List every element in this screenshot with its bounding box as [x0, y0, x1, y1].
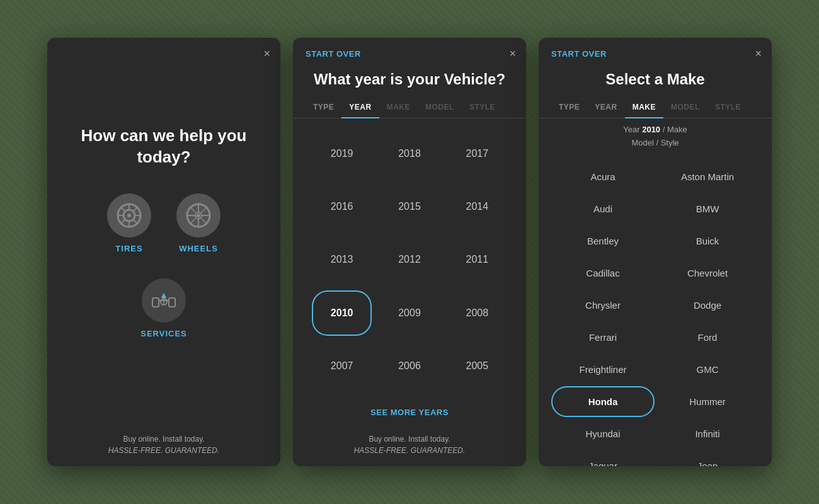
year-2017[interactable]: 2017 [447, 131, 507, 176]
services-label: SERVICES [140, 329, 187, 338]
panel2-footer-line1: Buy online. Install today. [303, 433, 516, 445]
panel-year: START OVER × What year is your Vehicle? … [293, 38, 526, 466]
make-cadillac[interactable]: Cadillac [551, 258, 655, 289]
panel1-body: How can we help you today? [47, 53, 280, 423]
svg-rect-23 [169, 298, 175, 307]
make-bmw[interactable]: BMW [656, 193, 759, 224]
tab-model: MODEL [418, 96, 462, 118]
make-infiniti[interactable]: Infiniti [656, 418, 759, 449]
tab-make: MAKE [379, 96, 418, 118]
tab-style: STYLE [707, 96, 748, 118]
tab-make[interactable]: MAKE [625, 96, 663, 118]
make-jaguar[interactable]: Jaguar [551, 450, 655, 466]
svg-point-21 [197, 214, 200, 217]
svg-rect-22 [152, 298, 159, 307]
panel-help: × How can we help you today? [47, 38, 280, 466]
wheels-icon [185, 202, 212, 229]
close-button[interactable]: × [509, 48, 516, 59]
panel2-header: START OVER × [293, 38, 526, 64]
make-honda[interactable]: Honda [551, 386, 655, 417]
year-2010[interactable]: 2010 [312, 290, 372, 336]
svg-line-18 [202, 219, 207, 224]
make-chrysler[interactable]: Chrysler [551, 290, 655, 321]
panel3-header: START OVER × [539, 38, 772, 64]
panel2-title: What year is your Vehicle? [293, 64, 526, 91]
panel1-header: × [47, 38, 280, 53]
services-icon-circle [142, 278, 186, 323]
make-dodge[interactable]: Dodge [656, 290, 759, 321]
close-button[interactable]: × [263, 48, 270, 59]
makes-grid: Acura Aston Martin Audi BMW Bentley Buic… [539, 155, 772, 466]
tab-type[interactable]: TYPE [551, 96, 587, 118]
year-2018[interactable]: 2018 [379, 131, 439, 176]
tires-label: TIRES [115, 244, 142, 253]
year-2014[interactable]: 2014 [447, 184, 507, 229]
year-2006[interactable]: 2006 [379, 343, 439, 389]
start-over-button[interactable]: START OVER [551, 49, 607, 59]
year-grid: 2019 2018 2017 2016 2015 2014 2013 2012 … [293, 118, 526, 401]
year-2008[interactable]: 2008 [447, 290, 507, 336]
make-gmc[interactable]: GMC [656, 354, 759, 385]
year-2007[interactable]: 2007 [312, 343, 372, 389]
panel-make: START OVER × Select a Make TYPE YEAR MAK… [539, 38, 772, 466]
start-over-button[interactable]: START OVER [306, 49, 361, 59]
wheels-label: WHEELS [179, 244, 218, 253]
make-hyundai[interactable]: Hyundai [551, 418, 655, 449]
services-option[interactable]: SERVICES [140, 278, 187, 338]
panel2-tabs: TYPE YEAR MAKE MODEL STYLE [293, 96, 526, 118]
wheels-icon-circle [176, 193, 220, 238]
tab-model: MODEL [663, 96, 707, 118]
panel2-footer-line2: HASSLE-FREE. GUARANTEED. [303, 445, 516, 456]
tab-type[interactable]: TYPE [306, 96, 341, 118]
panel1-footer: Buy online. Install today. HASSLE-FREE. … [47, 423, 280, 466]
year-2011[interactable]: 2011 [447, 237, 507, 282]
make-hummer[interactable]: Hummer [656, 386, 759, 417]
make-audi[interactable]: Audi [551, 193, 655, 224]
service-icons-row: TIRES [107, 193, 220, 253]
year-2013[interactable]: 2013 [312, 237, 372, 282]
see-more-years-button[interactable]: SEE MORE YEARS [293, 401, 526, 423]
tab-year[interactable]: YEAR [587, 96, 624, 118]
svg-line-17 [190, 207, 195, 212]
make-buick[interactable]: Buick [656, 226, 759, 256]
make-ford[interactable]: Ford [656, 322, 759, 353]
year-2005[interactable]: 2005 [447, 343, 507, 389]
breadcrumb-line2: Model / Style [551, 137, 759, 150]
svg-line-19 [202, 207, 207, 212]
wheels-option[interactable]: WHEELS [176, 193, 220, 253]
tab-style: STYLE [462, 96, 503, 118]
svg-line-20 [190, 219, 195, 224]
make-jeep[interactable]: Jeep [656, 450, 759, 466]
year-2016[interactable]: 2016 [312, 184, 372, 229]
make-bentley[interactable]: Bentley [551, 226, 655, 256]
year-2009[interactable]: 2009 [379, 290, 439, 336]
make-ferrari[interactable]: Ferrari [551, 322, 655, 353]
svg-marker-25 [161, 293, 166, 298]
tab-year[interactable]: YEAR [341, 96, 379, 118]
breadcrumb-line1: Year 2010 / Make [551, 123, 759, 137]
make-freightliner[interactable]: Freightliner [551, 354, 655, 385]
make-aston-martin[interactable]: Aston Martin [656, 161, 759, 192]
tires-icon [115, 202, 143, 229]
close-button[interactable]: × [755, 48, 762, 59]
make-chevrolet[interactable]: Chevrolet [656, 258, 759, 289]
panel1-footer-line2: HASSLE-FREE. GUARANTEED. [57, 445, 270, 456]
breadcrumb: Year 2010 / Make Model / Style [539, 118, 772, 155]
panel3-tabs: TYPE YEAR MAKE MODEL STYLE [539, 96, 772, 118]
year-2019[interactable]: 2019 [312, 131, 372, 176]
panel2-footer: Buy online. Install today. HASSLE-FREE. … [293, 423, 526, 466]
services-icon [150, 287, 178, 314]
year-2015[interactable]: 2015 [379, 184, 439, 229]
svg-point-2 [127, 214, 131, 217]
make-acura[interactable]: Acura [551, 161, 655, 192]
panel1-footer-line1: Buy online. Install today. [57, 433, 270, 445]
panel1-title: How can we help you today? [60, 125, 268, 168]
tires-icon-circle [107, 193, 151, 238]
panel3-title: Select a Make [539, 64, 772, 91]
tires-option[interactable]: TIRES [107, 193, 151, 253]
year-2012[interactable]: 2012 [379, 237, 439, 282]
